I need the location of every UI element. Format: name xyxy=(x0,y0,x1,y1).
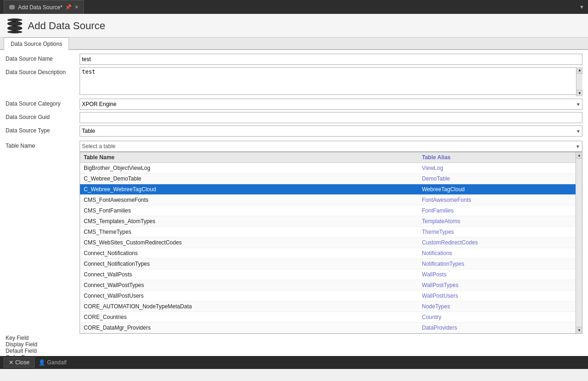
table-name-label: Table Name xyxy=(6,141,80,334)
table-list-header: Table Name Table Alias xyxy=(80,152,576,163)
title-bar-tab[interactable]: Add Data Source* 📌 ✕ xyxy=(4,0,84,14)
table-row-alias: FontAwesomeFonts xyxy=(418,195,576,205)
close-label: Close xyxy=(15,359,30,366)
desc-scroll-down[interactable]: ▼ xyxy=(576,90,583,96)
title-bar-arrow[interactable]: ▼ xyxy=(579,4,584,10)
table-row-alias: DemoTable xyxy=(418,174,576,184)
table-row[interactable]: Connect_NotificationsNotifications xyxy=(80,248,576,259)
desc-row: Data Source Description test ▲ ▼ xyxy=(6,67,582,96)
type-select[interactable]: Table xyxy=(80,125,582,137)
tab-strip: Data Source Options xyxy=(0,37,588,50)
table-row-alias: WebreeTagCloud xyxy=(418,184,576,194)
type-label: Data Source Type xyxy=(6,125,80,134)
close-button[interactable]: ✕ Close xyxy=(4,357,35,368)
table-row-alias: CustomRedirectCodes xyxy=(418,237,576,248)
user-icon: 👤 xyxy=(38,359,45,366)
table-row[interactable]: CMS_FontAwesomeFontsFontAwesomeFonts xyxy=(80,195,576,206)
table-row[interactable]: CMS_Templates_AtomTypesTemplateAtoms xyxy=(80,216,576,227)
table-row-alias: Country xyxy=(418,312,576,322)
table-row-name: C_Webree_DemoTable xyxy=(80,174,418,184)
lower-section: Key Field Display Field Default Field Or… xyxy=(0,335,588,356)
guid-label: Data Source Guid xyxy=(6,112,80,120)
main-content: Data Source Name Data Source Description… xyxy=(0,50,588,356)
table-name-section: Table Name Select a table ▼ Table Name T… xyxy=(0,141,588,334)
database-icon-small xyxy=(9,4,15,11)
form-section: Data Source Name Data Source Description… xyxy=(0,50,588,141)
table-row-name: CMS_FontAwesomeFonts xyxy=(80,195,418,205)
bottom-bar: ✕ Close 👤 Gandalf xyxy=(0,356,588,369)
table-row[interactable]: BigBrother_ObjectViewLogViewLog xyxy=(80,163,576,174)
default-field-label: Default Field xyxy=(6,348,80,354)
table-row-alias: DataProviders xyxy=(418,323,576,333)
table-dropdown-area: Select a table ▼ Table Name Table Alias … xyxy=(80,141,582,334)
table-row-name: CMS_Templates_AtomTypes xyxy=(80,216,418,226)
table-row[interactable]: C_Webree_DemoTableDemoTable xyxy=(80,174,576,184)
svg-point-2 xyxy=(9,7,15,9)
table-list-main: Table Name Table Alias BigBrother_Object… xyxy=(80,152,576,333)
table-row-alias: NodeTypes xyxy=(418,301,576,312)
col-header-name: Table Name xyxy=(80,152,418,162)
type-row: Data Source Type Table ▼ xyxy=(6,125,582,137)
table-select-placeholder: Select a table xyxy=(82,143,576,150)
page-header: Add Data Source xyxy=(0,14,588,37)
title-close-icon[interactable]: ✕ xyxy=(74,4,79,10)
table-row[interactable]: CMS_WebSites_CustomRedirectCodesCustomRe… xyxy=(80,237,576,248)
tab-data-source-options[interactable]: Data Source Options xyxy=(4,37,69,50)
name-input[interactable] xyxy=(80,54,582,65)
table-row[interactable]: CORE_DataMgr_ProvidersDataProviders xyxy=(80,323,576,333)
table-row-name: CMS_ThemeTypes xyxy=(80,227,418,237)
table-select-trigger[interactable]: Select a table ▼ xyxy=(80,141,582,152)
table-row-name: CORE_Countries xyxy=(80,312,418,322)
lower-labels: Key Field Display Field Default Field Or… xyxy=(6,335,80,356)
table-row[interactable]: CMS_FontFamiliesFontFamilies xyxy=(80,206,576,216)
table-row-name: Connect_WallPosts xyxy=(80,269,418,280)
name-label: Data Source Name xyxy=(6,54,80,62)
table-row-alias: ThemeTypes xyxy=(418,227,576,237)
name-row: Data Source Name xyxy=(6,54,582,65)
desc-scrollbar: ▲ ▼ xyxy=(576,67,582,96)
table-row[interactable]: Connect_WallPostTypesWallPostTypes xyxy=(80,280,576,291)
desc-textarea[interactable]: test xyxy=(80,67,582,95)
col-header-alias: Table Alias xyxy=(418,152,576,162)
table-row-name: Connect_NotificationTypes xyxy=(80,259,418,269)
table-row[interactable]: CMS_ThemeTypesThemeTypes xyxy=(80,227,576,237)
table-row-name: BigBrother_ObjectViewLog xyxy=(80,163,418,173)
guid-input[interactable] xyxy=(80,112,582,123)
category-row: Data Source Category XPOR Engine ▼ xyxy=(6,99,582,110)
table-row[interactable]: Connect_WallPostUsersWallPostUsers xyxy=(80,291,576,301)
table-row-name: Connect_Notifications xyxy=(80,248,418,258)
table-list-body: BigBrother_ObjectViewLogViewLogC_Webree_… xyxy=(80,163,576,333)
page-title: Add Data Source xyxy=(28,20,105,32)
scroll-arrow-up[interactable]: ▲ xyxy=(576,152,582,159)
table-row-name: CMS_FontFamilies xyxy=(80,206,418,216)
table-row-name: CMS_WebSites_CustomRedirectCodes xyxy=(80,237,418,248)
display-field-label: Display Field xyxy=(6,341,80,348)
category-select[interactable]: XPOR Engine xyxy=(80,99,582,110)
table-row-alias: Notifications xyxy=(418,248,576,258)
table-row[interactable]: CORE_CountriesCountry xyxy=(80,312,576,323)
table-row[interactable]: C_Webree_WebreeTagCloudWebreeTagCloud xyxy=(80,184,576,195)
table-row-name: C_Webree_WebreeTagCloud xyxy=(80,184,418,194)
table-row-alias: ViewLog xyxy=(418,163,576,173)
close-icon: ✕ xyxy=(9,359,13,366)
order-by-label: Order By xyxy=(6,354,80,356)
table-row-name: CORE_DataMgr_Providers xyxy=(80,323,418,333)
title-bar-tab-label: Add Data Source* xyxy=(18,4,62,11)
table-row[interactable]: Connect_NotificationTypesNotificationTyp… xyxy=(80,259,576,269)
username: Gandalf xyxy=(47,359,67,366)
table-row-alias: WallPostTypes xyxy=(418,280,576,290)
table-row-alias: WallPostUsers xyxy=(418,291,576,301)
guid-row: Data Source Guid xyxy=(6,112,582,123)
table-row[interactable]: Connect_WallPostsWallPosts xyxy=(80,269,576,280)
scroll-arrow-down[interactable]: ▼ xyxy=(576,327,582,333)
pin-icon[interactable]: 📌 xyxy=(65,4,72,10)
title-bar: Add Data Source* 📌 ✕ ▼ xyxy=(0,0,588,14)
desc-scroll-up[interactable]: ▲ xyxy=(576,67,583,74)
table-row-alias: TemplateAtoms xyxy=(418,216,576,226)
table-row[interactable]: CORE_AUTOMATION_NodeTypeMetaDataNodeType… xyxy=(80,301,576,312)
table-scrollbar: ▲ ▼ xyxy=(576,152,582,333)
table-row-name: Connect_WallPostUsers xyxy=(80,291,418,301)
table-row-name: Connect_WallPostTypes xyxy=(80,280,418,290)
database-icon-large xyxy=(7,19,22,33)
table-row-alias: NotificationTypes xyxy=(418,259,576,269)
